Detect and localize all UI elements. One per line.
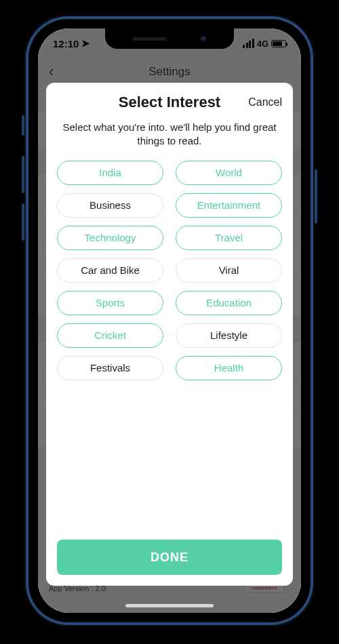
- phone-frame-inner: ‹ Settings My Profile ☰ System 🗑 ▢ ⧉ ◯ F…: [28, 19, 311, 622]
- interest-chip[interactable]: India: [57, 161, 163, 185]
- front-camera: [201, 36, 206, 41]
- interest-chip-label: Festivals: [90, 362, 130, 374]
- stage: ‹ Settings My Profile ☰ System 🗑 ▢ ⧉ ◯ F…: [0, 0, 339, 644]
- cancel-button[interactable]: Cancel: [248, 96, 282, 108]
- interest-chip-label: Business: [89, 199, 131, 211]
- interest-chip-label: Entertainment: [197, 199, 260, 211]
- done-button[interactable]: DONE: [57, 540, 282, 575]
- interest-chip[interactable]: Travel: [176, 226, 282, 250]
- interest-chip-label: India: [99, 167, 121, 178]
- interest-chip[interactable]: Viral: [176, 258, 282, 283]
- home-indicator[interactable]: [125, 604, 214, 607]
- modal-title: Select Interest: [119, 94, 220, 111]
- phone-screen: ‹ Settings My Profile ☰ System 🗑 ▢ ⧉ ◯ F…: [38, 28, 301, 613]
- interest-chip[interactable]: Health: [176, 356, 282, 380]
- interest-chip[interactable]: Lifestyle: [176, 323, 282, 348]
- interest-chip[interactable]: Business: [57, 193, 163, 218]
- interest-chip-label: Education: [206, 297, 252, 308]
- interest-chip-label: Technology: [85, 232, 136, 243]
- modal-subtitle: Select what you're into. we'll help you …: [60, 121, 279, 148]
- interest-chip[interactable]: Technology: [57, 226, 163, 250]
- phone-notch: [105, 28, 234, 49]
- phone-frame-outer: ‹ Settings My Profile ☰ System 🗑 ▢ ⧉ ◯ F…: [24, 15, 315, 626]
- interest-chip-label: Travel: [215, 232, 243, 243]
- interest-chip-label: World: [216, 167, 242, 178]
- interest-chip[interactable]: Education: [176, 291, 282, 315]
- modal-header: Select Interest Cancel: [57, 92, 282, 113]
- interest-chip-label: Cricket: [94, 329, 126, 341]
- phone-power-button: [315, 169, 317, 224]
- interest-chip-label: Health: [214, 362, 243, 374]
- interest-chip[interactable]: Cricket: [57, 323, 163, 348]
- interest-chip-grid: IndiaWorldBusinessEntertainmentTechnolog…: [57, 161, 282, 380]
- interest-chip[interactable]: Entertainment: [176, 193, 282, 218]
- interest-chip[interactable]: Sports: [57, 291, 163, 315]
- interest-chip[interactable]: World: [176, 161, 282, 185]
- interest-chip[interactable]: Car and Bike: [57, 258, 163, 283]
- interest-chip-label: Viral: [219, 264, 239, 276]
- interest-chip-label: Sports: [96, 297, 125, 308]
- interest-chip-label: Car and Bike: [81, 264, 140, 276]
- speaker: [133, 37, 167, 41]
- interest-chip[interactable]: Festivals: [57, 356, 163, 380]
- interest-chip-label: Lifestyle: [210, 329, 247, 341]
- select-interest-modal: Select Interest Cancel Select what you'r…: [46, 83, 293, 586]
